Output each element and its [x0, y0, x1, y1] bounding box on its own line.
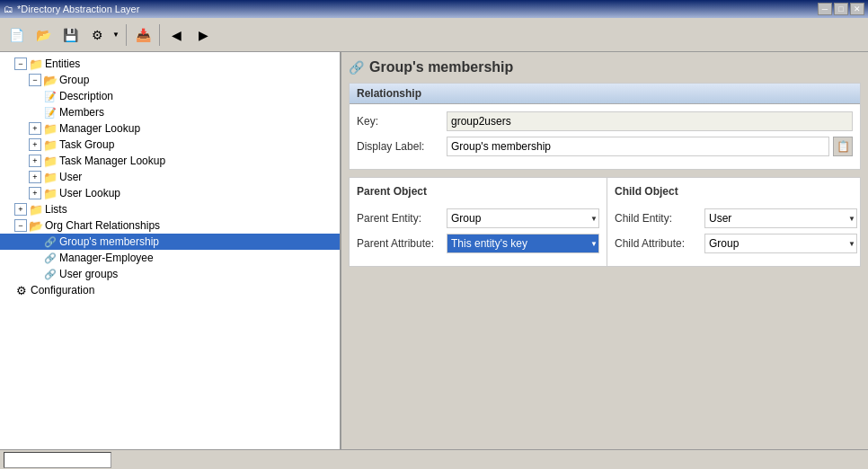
- save-button[interactable]: 💾: [58, 22, 83, 48]
- title-bar-left: 🗂 *Directory Abstraction Layer: [4, 4, 139, 14]
- toolbar: 📄 📂 💾 ⚙ ▼ 📥 ◀ ▶: [0, 18, 868, 52]
- panel-title: 🔗 Group's membership: [349, 59, 861, 75]
- parent-entity-select[interactable]: Group User Manager: [447, 208, 599, 228]
- panel-title-icon: 🔗: [349, 60, 364, 75]
- status-pane: [4, 452, 111, 468]
- back-icon: ◀: [172, 28, 182, 42]
- open-button[interactable]: 📂: [31, 22, 56, 48]
- expander-entities[interactable]: −: [14, 58, 27, 70]
- panel-title-text: Group's membership: [369, 59, 513, 75]
- tree-label-user-lookup: User Lookup: [59, 187, 120, 199]
- child-entity-select[interactable]: User Group Manager: [704, 208, 857, 228]
- title-bar-controls: ─ □ ✕: [818, 3, 864, 15]
- tree-item-groups-membership[interactable]: 🔗 Group's membership: [0, 234, 340, 250]
- rel-icon: 🔗: [43, 251, 58, 265]
- left-panel: − 📁 Entities − 📂 Group 📝 Description: [0, 52, 341, 449]
- tree-item-task-group[interactable]: + 📁 Task Group: [0, 137, 340, 153]
- tree-label-task-group: Task Group: [59, 138, 114, 151]
- expander-user[interactable]: +: [29, 171, 41, 183]
- expander-group[interactable]: −: [29, 74, 41, 86]
- tree-item-org-chart[interactable]: − 📂 Org Chart Relationships: [0, 217, 340, 234]
- back-button[interactable]: ◀: [164, 22, 189, 48]
- folder-icon: 📁: [43, 154, 58, 168]
- tree-item-user-groups[interactable]: 🔗 User groups: [0, 266, 340, 282]
- toolbar-sep-2: [159, 24, 160, 46]
- folder-icon: 📁: [43, 137, 58, 152]
- parent-attribute-label: Parent Attribute:: [357, 237, 447, 250]
- relationship-section: Relationship Key: group2users Display La…: [349, 83, 861, 170]
- toolbar-sep-1: [126, 24, 127, 46]
- parent-attribute-row: Parent Attribute: This entity's key Name…: [357, 234, 599, 253]
- tree-label-org-chart: Org Chart Relationships: [45, 219, 160, 232]
- tree-label-user: User: [59, 171, 82, 183]
- forward-icon: ▶: [199, 28, 208, 42]
- tree-item-user-lookup[interactable]: + 📁 User Lookup: [0, 185, 340, 201]
- title-bar: 🗂 *Directory Abstraction Layer ─ □ ✕: [0, 0, 868, 18]
- display-label-input[interactable]: [447, 137, 829, 156]
- status-bar: [0, 449, 868, 469]
- folder-icon: 📁: [29, 202, 43, 217]
- tree-item-manager-lookup[interactable]: + 📁 Manager Lookup: [0, 120, 340, 137]
- tree-item-task-manager-lookup[interactable]: + 📁 Task Manager Lookup: [0, 153, 340, 169]
- settings-dropdown-btn[interactable]: ▼: [110, 22, 122, 48]
- tree-item-lists[interactable]: + 📁 Lists: [0, 201, 340, 217]
- gear-icon: ⚙: [14, 283, 29, 297]
- settings-button[interactable]: ⚙: [84, 22, 110, 48]
- tree-item-configuration[interactable]: ⚙ Configuration: [0, 282, 340, 298]
- child-entity-row: Child Entity: User Group Manager ▼: [615, 208, 857, 228]
- close-btn[interactable]: ✕: [850, 3, 864, 15]
- display-label-label: Display Label:: [357, 140, 447, 153]
- parent-attribute-select[interactable]: This entity's key Name ID: [447, 234, 599, 253]
- child-attribute-select[interactable]: Group Name ID: [704, 234, 857, 253]
- rel-icon: 🔗: [43, 234, 58, 249]
- expander-lists[interactable]: +: [14, 203, 27, 216]
- tree-label-entities: Entities: [45, 58, 80, 70]
- forward-button[interactable]: ▶: [190, 22, 216, 48]
- tree-label-groups-membership: Group's membership: [59, 235, 159, 248]
- child-object-header: Child Object: [615, 185, 857, 201]
- rel-icon: 🔗: [43, 267, 58, 281]
- tree-item-user[interactable]: + 📁 User: [0, 169, 340, 185]
- folder-icon: 📁: [29, 57, 43, 71]
- child-attribute-select-wrapper: Group Name ID ▼: [704, 234, 857, 253]
- key-row: Key: group2users: [357, 111, 853, 131]
- expander-user-lookup[interactable]: +: [29, 187, 41, 199]
- tree-label-members: Members: [59, 106, 104, 119]
- restore-btn[interactable]: □: [834, 3, 848, 15]
- tree-label-manager-lookup: Manager Lookup: [59, 122, 140, 135]
- new-button[interactable]: 📄: [4, 22, 29, 48]
- tree-item-members[interactable]: 📝 Members: [0, 104, 340, 120]
- child-entity-select-wrapper: User Group Manager ▼: [704, 208, 857, 228]
- import-button[interactable]: 📥: [130, 22, 155, 48]
- tree-item-entities[interactable]: − 📁 Entities: [0, 56, 340, 72]
- tree-label-task-manager-lookup: Task Manager Lookup: [59, 155, 165, 167]
- minimize-btn[interactable]: ─: [818, 3, 832, 15]
- tree-label-group: Group: [59, 74, 89, 86]
- parent-object-header: Parent Object: [357, 185, 599, 201]
- expander-task-manager-lookup[interactable]: +: [29, 155, 41, 167]
- tree-label-description: Description: [59, 90, 113, 102]
- object-two-col: Parent Object Parent Entity: Group User …: [350, 178, 860, 266]
- parent-object-col: Parent Object Parent Entity: Group User …: [350, 178, 607, 266]
- child-attribute-row: Child Attribute: Group Name ID ▼: [615, 234, 857, 253]
- right-panel: 🔗 Group's membership Relationship Key: g…: [341, 52, 868, 449]
- tree-label-lists: Lists: [45, 203, 67, 216]
- expander-org-chart[interactable]: −: [14, 219, 27, 232]
- tree-item-description[interactable]: 📝 Description: [0, 88, 340, 104]
- folder-icon: 📁: [43, 121, 58, 136]
- child-object-col: Child Object Child Entity: User Group Ma…: [607, 178, 864, 266]
- parent-entity-row: Parent Entity: Group User Manager ▼: [357, 208, 599, 228]
- folder-icon: 📁: [43, 186, 58, 200]
- content-area: − 📁 Entities − 📂 Group 📝 Description: [0, 52, 868, 449]
- relationship-section-header: Relationship: [350, 84, 860, 104]
- tree-item-manager-employee[interactable]: 🔗 Manager-Employee: [0, 250, 340, 266]
- main-window: 🗂 *Directory Abstraction Layer ─ □ ✕ 📄 📂…: [0, 0, 868, 469]
- app-icon: 🗂: [4, 4, 13, 14]
- new-icon: 📄: [9, 28, 24, 42]
- parent-entity-label: Parent Entity:: [357, 212, 447, 225]
- tree-item-group[interactable]: − 📂 Group: [0, 72, 340, 88]
- expander-manager-lookup[interactable]: +: [29, 122, 41, 135]
- edit-icon-btn[interactable]: 📋: [833, 137, 853, 156]
- folder-open-icon: 📂: [43, 73, 58, 87]
- expander-task-group[interactable]: +: [29, 138, 41, 151]
